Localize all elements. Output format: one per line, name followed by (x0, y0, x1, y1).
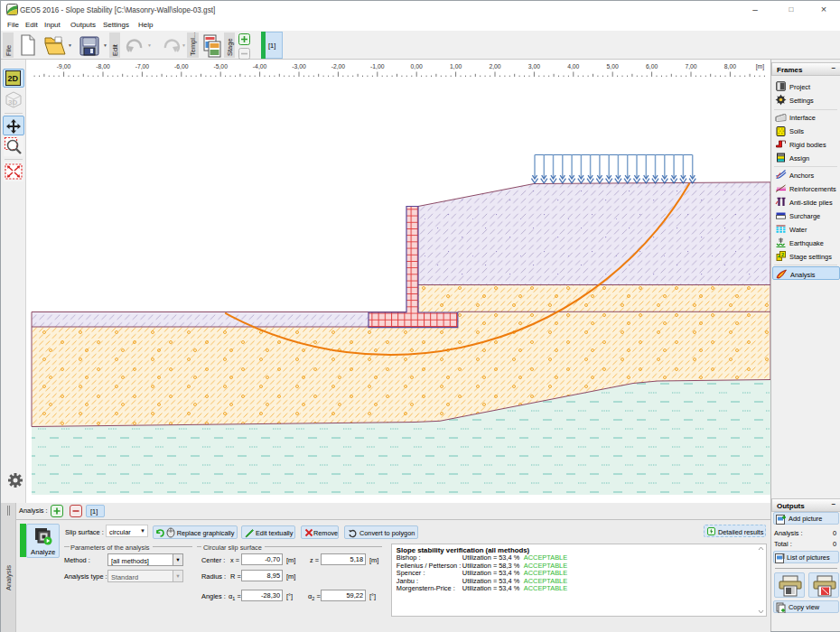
svg-text:-3,00: -3,00 (292, 63, 306, 70)
svg-text:-1,00: -1,00 (370, 63, 385, 70)
svg-text:-6,00: -6,00 (174, 63, 189, 70)
svg-text:1,00: 1,00 (450, 63, 462, 70)
svg-text:6,00: 6,00 (646, 63, 658, 70)
svg-text:-5,00: -5,00 (213, 63, 228, 70)
svg-text:5,00: 5,00 (607, 63, 619, 70)
svg-text:3D: 3D (8, 98, 17, 107)
svg-text:3,00: 3,00 (528, 63, 540, 70)
svg-text:2: 2 (781, 252, 784, 257)
svg-text:0,00: 0,00 (411, 63, 423, 70)
svg-text:[m]: [m] (756, 63, 765, 70)
svg-text:2,00: 2,00 (489, 63, 500, 70)
svg-text:4,00: 4,00 (567, 63, 579, 70)
svg-text:-9,00: -9,00 (57, 63, 71, 70)
svg-text:-7,00: -7,00 (135, 63, 150, 70)
svg-text:-2,00: -2,00 (331, 63, 346, 70)
svg-text:-4,00: -4,00 (253, 63, 267, 70)
svg-text:7,00: 7,00 (685, 63, 696, 70)
svg-text:-8,00: -8,00 (96, 63, 110, 70)
svg-text:8,00: 8,00 (724, 63, 736, 70)
